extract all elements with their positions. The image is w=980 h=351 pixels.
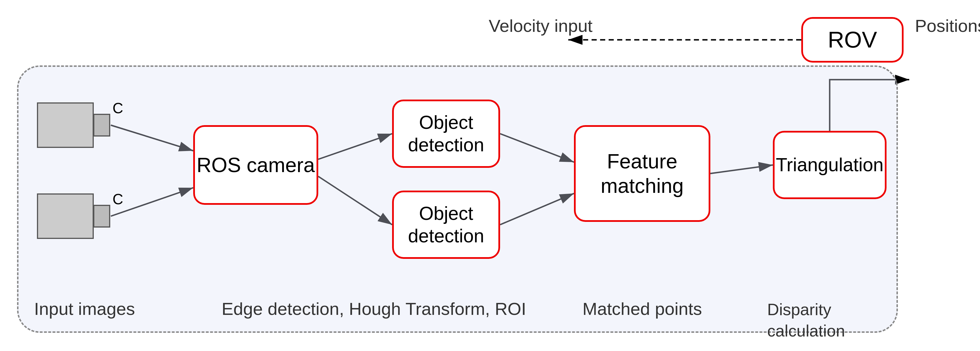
object-detection-top-label: Objectdetection bbox=[408, 111, 484, 156]
feature-matching-label: Featurematching bbox=[601, 149, 684, 198]
label-matched-points: Matched points bbox=[582, 299, 702, 319]
triangulation-box: Triangulation bbox=[773, 131, 886, 199]
object-detection-bottom-box: Objectdetection bbox=[392, 191, 500, 259]
label-positions: Positions bbox=[915, 16, 980, 36]
camera-top-c-label: C bbox=[113, 100, 123, 116]
camera-bottom-c-label: C bbox=[113, 191, 123, 207]
camera-body-top bbox=[37, 102, 94, 148]
label-disparity-calculation: Disparitycalculation bbox=[767, 299, 845, 341]
camera-top: C bbox=[37, 102, 123, 148]
object-detection-bottom-label: Objectdetection bbox=[408, 202, 484, 247]
feature-matching-box: Featurematching bbox=[574, 125, 710, 222]
label-velocity-input: Velocity input bbox=[489, 16, 592, 36]
ros-camera-box: ROS camera bbox=[193, 125, 318, 205]
ros-camera-label: ROS camera bbox=[197, 153, 315, 177]
camera-body-bottom bbox=[37, 193, 94, 239]
label-edge-detection: Edge detection, Hough Transform, ROI bbox=[222, 299, 526, 319]
camera-bottom: C bbox=[37, 193, 123, 239]
rov-box: ROV bbox=[801, 17, 904, 62]
object-detection-top-box: Objectdetection bbox=[392, 100, 500, 168]
label-input-images: Input images bbox=[34, 299, 135, 319]
camera-lens-top bbox=[93, 114, 110, 137]
rov-label: ROV bbox=[828, 27, 877, 53]
diagram-container: ROV C C ROS camera Objectdetection Objec… bbox=[0, 0, 980, 351]
triangulation-label: Triangulation bbox=[776, 153, 883, 176]
camera-lens-bottom bbox=[93, 205, 110, 228]
